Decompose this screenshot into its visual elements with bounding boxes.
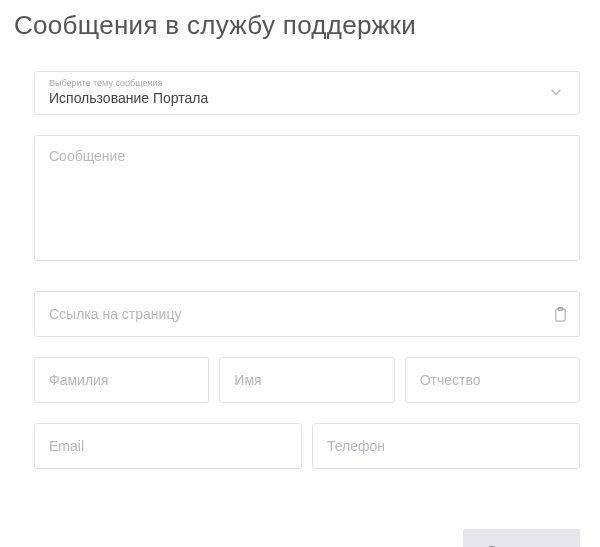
message-field-wrap — [34, 135, 580, 261]
email-field-wrap — [34, 423, 302, 469]
clipboard-icon[interactable] — [554, 307, 567, 322]
submit-button[interactable]: Отправить — [463, 529, 580, 547]
page-title: Сообщения в службу поддержки — [14, 10, 600, 41]
lastname-field-wrap — [34, 357, 209, 403]
patronymic-input[interactable] — [406, 358, 579, 402]
topic-select[interactable]: Выберите тему сообщения Использование По… — [34, 71, 580, 115]
phone-field-wrap — [312, 423, 580, 469]
patronymic-field-wrap — [405, 357, 580, 403]
firstname-field-wrap — [219, 357, 394, 403]
topic-label: Выберите тему сообщения — [49, 78, 208, 88]
chevron-down-icon — [547, 83, 565, 101]
url-field-wrap — [34, 291, 580, 337]
lastname-input[interactable] — [35, 358, 208, 402]
firstname-input[interactable] — [220, 358, 393, 402]
message-textarea[interactable] — [35, 136, 579, 256]
url-input[interactable] — [35, 292, 554, 336]
phone-input[interactable] — [313, 424, 579, 468]
topic-value: Использование Портала — [49, 90, 208, 106]
email-input[interactable] — [35, 424, 301, 468]
